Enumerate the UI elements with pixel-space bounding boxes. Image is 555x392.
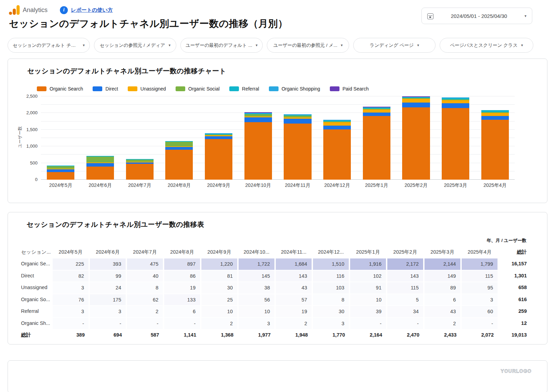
bar-segment-direct[interactable] — [284, 119, 311, 124]
filter-chip-3[interactable]: ユーザーの最初の参照元 / メ...▾ — [267, 38, 349, 53]
legend-item-direct[interactable]: Direct — [93, 86, 118, 92]
table-cell: 175 — [90, 294, 126, 306]
x-axis-label: 2025年3月 — [436, 182, 475, 189]
table-cell-total: 16,157 — [498, 258, 531, 269]
bar-group-2024年11月[interactable] — [278, 96, 317, 180]
bar-segment-organic-search[interactable] — [244, 122, 272, 180]
table-header-month[interactable]: 2024年7月 — [126, 246, 164, 258]
table-header-month[interactable]: 2024年6月 — [89, 246, 126, 258]
bar-segment-direct[interactable] — [86, 163, 114, 167]
table-total-cell: 587 — [126, 329, 164, 341]
bar-group-2025年1月[interactable] — [357, 96, 396, 180]
bar-group-2025年4月[interactable] — [475, 96, 515, 180]
table-cell: 86 — [164, 271, 200, 282]
legend-item-organic-social[interactable]: Organic Social — [176, 86, 220, 92]
bar-segment-direct[interactable] — [205, 136, 232, 139]
table-cell: 3 — [90, 306, 126, 317]
bar-segment-organic-search[interactable] — [323, 129, 351, 180]
table-header-month[interactable]: 2025年3月 — [424, 246, 461, 258]
legend-swatch — [330, 86, 339, 91]
bar-segment-organic-search[interactable] — [165, 150, 193, 180]
bar-segment-direct[interactable] — [442, 103, 469, 108]
bar-segment-organic-search[interactable] — [205, 139, 232, 180]
bar-group-2024年6月[interactable] — [81, 96, 120, 180]
bar-group-2024年9月[interactable] — [199, 96, 239, 180]
report-help-link[interactable]: レポートの使い方 — [71, 7, 113, 13]
table-header-month[interactable]: 2024年11... — [275, 246, 312, 258]
table-header-month[interactable]: 2025年1月 — [349, 246, 387, 258]
bar-segment-organic-search[interactable] — [402, 107, 430, 180]
filter-chip-5[interactable]: ページパスとスクリーン クラス▾ — [440, 38, 533, 53]
table-cell: - — [90, 318, 126, 329]
chevron-down-icon: ▾ — [341, 43, 343, 47]
table-header-month[interactable]: 2024年5月 — [52, 246, 89, 258]
table-header-dimension[interactable]: セッション... — [13, 246, 52, 258]
filter-chip-4[interactable]: ランディング ページ▾ — [353, 38, 436, 53]
table-cell: 143 — [387, 271, 423, 282]
table-cell: 1,722 — [239, 258, 274, 270]
filter-chip-0[interactable]: セッションのデフォルト チャ...▾ — [8, 38, 90, 53]
table-cell: 91 — [350, 282, 386, 294]
table-cell: - — [462, 318, 498, 329]
legend-item-referral[interactable]: Referral — [229, 86, 259, 92]
filter-chip-1[interactable]: セッションの参照元 / メディア▾ — [94, 38, 176, 53]
legend-item-organic-shopping[interactable]: Organic Shopping — [269, 86, 320, 92]
table-header-month[interactable]: 2024年12... — [312, 246, 349, 258]
bar-segment-direct[interactable] — [165, 147, 193, 150]
bar-group-2024年8月[interactable] — [159, 96, 199, 180]
table-cell: 43 — [276, 282, 312, 294]
bar-segment-direct[interactable] — [323, 126, 351, 129]
bar-segment-direct[interactable] — [363, 113, 390, 116]
bar-segment-organic-search[interactable] — [442, 108, 469, 180]
table-cell: - — [164, 318, 200, 329]
legend-item-paid-search[interactable]: Paid Search — [330, 86, 369, 92]
bar-segment-unassigned[interactable] — [402, 99, 430, 103]
table-header-month[interactable]: 2024年10... — [238, 246, 275, 258]
table-cell: 8 — [127, 282, 163, 294]
bar-segment-organic-search[interactable] — [126, 164, 154, 180]
bar-group-2024年10月[interactable] — [238, 96, 278, 180]
bar-segment-organic-search[interactable] — [284, 124, 311, 180]
bar-group-2025年2月[interactable] — [396, 96, 436, 180]
table-header-month[interactable]: 2025年4月 — [461, 246, 498, 258]
table-cell: 149 — [425, 271, 460, 282]
bar-segment-direct[interactable] — [244, 117, 272, 122]
legend-label: Organic Search — [50, 86, 83, 92]
bar-segment-unassigned[interactable] — [323, 122, 351, 126]
filter-chip-2[interactable]: ユーザーの最初のデフォルト ...▾ — [180, 38, 263, 53]
bar-segment-direct[interactable] — [402, 103, 430, 107]
legend-swatch — [128, 86, 137, 91]
bar-segment-organic-search[interactable] — [86, 167, 114, 180]
bar-segment-unassigned[interactable] — [363, 109, 390, 113]
table-cell: 24 — [90, 282, 126, 294]
table-total-cell: 2,164 — [349, 329, 387, 341]
bar-group-2024年5月[interactable] — [41, 96, 81, 180]
table-header-month[interactable]: 2024年9月 — [201, 246, 238, 258]
table-header-month[interactable]: 2025年2月 — [387, 246, 424, 258]
bar-segment-organic-search[interactable] — [363, 116, 390, 180]
bar-segment-direct[interactable] — [481, 116, 509, 120]
bar-group-2024年12月[interactable] — [317, 96, 357, 180]
table-cell: 3 — [53, 306, 88, 317]
table-cell: 116 — [313, 271, 349, 282]
bar-segment-organic-social[interactable] — [165, 142, 193, 146]
legend-item-unassigned[interactable]: Unassigned — [128, 86, 166, 92]
bar-segment-organic-social[interactable] — [86, 157, 114, 162]
table-total-cell: 1,368 — [201, 329, 238, 341]
bar-segment-unassigned[interactable] — [481, 113, 509, 116]
table-header-month[interactable]: 2024年8月 — [164, 246, 201, 258]
bar-segment-organic-social[interactable] — [47, 166, 74, 169]
bar-group-2025年3月[interactable] — [436, 96, 475, 180]
table-header-total[interactable]: 総計 — [498, 246, 531, 258]
bar-group-2024年7月[interactable] — [120, 96, 159, 180]
filter-chip-label: ユーザーの最初のデフォルト ... — [186, 42, 252, 49]
y-tick-label: 500 — [30, 160, 38, 166]
bar-segment-unassigned[interactable] — [442, 100, 469, 103]
legend-item-organic-search[interactable]: Organic Search — [37, 86, 83, 92]
bar-segment-direct[interactable] — [47, 169, 74, 172]
legend-label: Direct — [105, 86, 118, 92]
bar-segment-organic-search[interactable] — [47, 172, 74, 180]
info-icon: i — [60, 6, 68, 14]
date-range-picker[interactable]: 2024/05/01 - 2025/04/30 ▾ — [421, 8, 532, 24]
bar-segment-organic-search[interactable] — [481, 120, 509, 180]
